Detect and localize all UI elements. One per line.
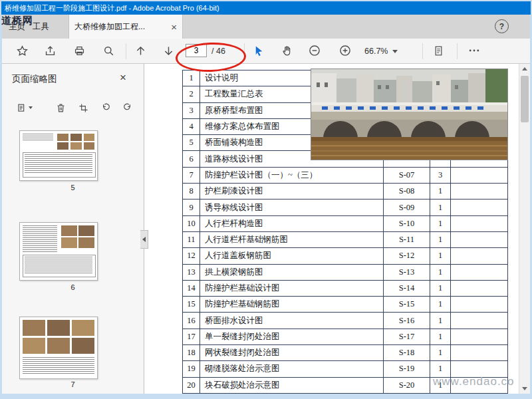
- table-cell-no: 17: [183, 329, 200, 344]
- table-cell-no: 7: [183, 168, 200, 183]
- table-cell-code: S-19: [384, 361, 430, 376]
- table-cell-remark: [451, 168, 507, 183]
- table-cell-no: 18: [183, 345, 200, 360]
- table-cell-remark: [451, 232, 507, 247]
- table-cell-no: 20: [183, 378, 200, 393]
- toolbar-divider: [126, 43, 126, 59]
- table-cell-name: 诱导标线设计图: [200, 200, 384, 215]
- watermark-bottom-right: www.endao.co: [433, 375, 515, 388]
- thumbnail-label: 6: [2, 283, 144, 291]
- table-cell-no: 16: [183, 313, 200, 328]
- table-cell-name: 防撞护栏设计图（一）~（三）: [200, 168, 384, 183]
- rotate-ccw-button[interactable]: [96, 98, 115, 117]
- table-cell-code: S-15: [384, 297, 430, 312]
- table-cell-count: 1: [430, 345, 451, 360]
- table-cell-no: 6: [183, 151, 200, 166]
- hand-tool-icon[interactable]: [277, 41, 296, 60]
- window-title: 桥维修加固工程一阶段施工图设计.pdf - Adobe Acrobat Pro …: [5, 4, 219, 12]
- scroll-up-button[interactable]: [519, 64, 530, 74]
- table-cell-no: 4: [183, 119, 200, 134]
- table-cell-name: 单一裂缝封闭处治图: [200, 329, 384, 344]
- page-thumbnails-panel: 页面缩略图 × 5: [2, 64, 144, 394]
- table-cell-count: 1: [430, 281, 451, 296]
- scroll-down-button[interactable]: [519, 384, 530, 394]
- thumbnail-content: [23, 225, 57, 252]
- table-row: 18网状裂缝封闭处治图S-181: [183, 345, 507, 361]
- table-cell-count: 1: [430, 232, 451, 247]
- table-cell-no: 13: [183, 265, 200, 280]
- table-cell-code: S-16: [384, 313, 430, 328]
- table-cell-no: 3: [183, 103, 200, 118]
- zoom-level-dropdown[interactable]: 66.7%: [364, 39, 398, 64]
- table-row: 8护栏刷漆设计图S-081: [183, 184, 507, 200]
- table-row: 17单一裂缝封闭处治图S-171: [183, 329, 507, 345]
- table-cell-no: 15: [183, 297, 200, 312]
- table-cell-name: 人行栏杆构造图: [200, 216, 384, 231]
- table-row: 7防撞护栏设计图（一）~（三）S-073: [183, 168, 507, 184]
- crop-pages-button[interactable]: [74, 98, 92, 117]
- favorite-star-icon[interactable]: [13, 41, 31, 60]
- delete-pages-button[interactable]: [51, 98, 70, 117]
- table-cell-remark: [451, 248, 507, 263]
- table-cell-no: 19: [183, 361, 200, 376]
- chevron-down-icon: [29, 106, 33, 109]
- table-cell-name: 防撞护栏基础钢筋图: [200, 297, 384, 312]
- panel-title: 页面缩略图: [12, 73, 57, 85]
- close-tab-icon[interactable]: ×: [171, 21, 177, 33]
- toolbar-divider: [422, 43, 423, 59]
- select-tool-cursor-icon[interactable]: [249, 41, 268, 60]
- table-cell-name: 桥面排水设计图: [200, 313, 384, 328]
- table-row: 16桥面排水设计图S-161: [183, 313, 507, 329]
- table-cell-no: 12: [183, 248, 200, 263]
- share-icon[interactable]: [41, 41, 59, 60]
- page-display-icon[interactable]: [429, 41, 448, 60]
- table-cell-count: 1: [430, 313, 451, 328]
- table-cell-count: 1: [430, 216, 451, 231]
- collapse-panel-handle[interactable]: [140, 230, 148, 249]
- document-tab[interactable]: 大桥维修加固工程... ×: [68, 15, 183, 39]
- table-row: 9诱导标线设计图S-091: [183, 200, 507, 215]
- table-cell-code: S-13: [384, 265, 430, 280]
- table-cell-name: 砌缝脱落处治示意图: [200, 361, 384, 376]
- table-cell-no: 2: [183, 86, 200, 102]
- table-cell-count: 1: [430, 265, 451, 280]
- table-cell-count: 1: [430, 184, 451, 199]
- table-cell-code: S-14: [384, 281, 430, 296]
- panel-toolbar: [2, 96, 144, 122]
- table-cell-name: 人行道盖板钢筋图: [200, 248, 384, 263]
- more-tools-icon[interactable]: [465, 41, 483, 60]
- toolbar-divider: [457, 43, 458, 59]
- table-cell-code: S-07: [384, 168, 430, 183]
- watermark-top-left: 道桥网: [1, 15, 33, 27]
- table-cell-code: S-12: [384, 248, 430, 263]
- table-cell-count: 1: [430, 297, 451, 312]
- zoom-out-icon[interactable]: [305, 41, 324, 60]
- thumbnail-label: 5: [2, 184, 144, 192]
- table-cell-count: 1: [430, 329, 451, 344]
- thumbnail-options-button[interactable]: [11, 98, 37, 117]
- scrollbar-thumb[interactable]: [521, 76, 529, 122]
- vertical-scrollbar[interactable]: [519, 64, 530, 394]
- table-cell-no: 9: [183, 200, 200, 215]
- table-row: 10人行栏杆构造图S-101: [183, 216, 507, 232]
- table-cell-remark: [451, 345, 507, 360]
- triangle-up-icon: [522, 67, 527, 70]
- page-thumbnail-5[interactable]: [19, 130, 98, 181]
- table-cell-name: 拱上横梁钢筋图: [200, 265, 384, 280]
- table-cell-count: 1: [430, 200, 451, 215]
- search-icon[interactable]: [99, 41, 118, 60]
- table-cell-remark: [451, 313, 507, 328]
- next-page-button[interactable]: [159, 41, 178, 60]
- chevron-down-icon: [392, 50, 398, 53]
- table-cell-code: S-09: [384, 200, 430, 215]
- page-thumbnail-6[interactable]: [19, 222, 98, 281]
- rotate-cw-button[interactable]: [118, 98, 136, 117]
- zoom-in-icon[interactable]: [336, 41, 354, 60]
- previous-page-button[interactable]: [131, 41, 150, 60]
- help-button[interactable]: ?: [495, 19, 509, 33]
- table-row: 14防撞护栏基础设计图S-141: [183, 281, 507, 297]
- title-bar: 桥维修加固工程一阶段施工图设计.pdf - Adobe Acrobat Pro …: [1, 1, 531, 15]
- print-icon[interactable]: [70, 41, 88, 60]
- page-thumbnail-7[interactable]: [19, 317, 98, 379]
- close-panel-icon[interactable]: ×: [120, 71, 126, 84]
